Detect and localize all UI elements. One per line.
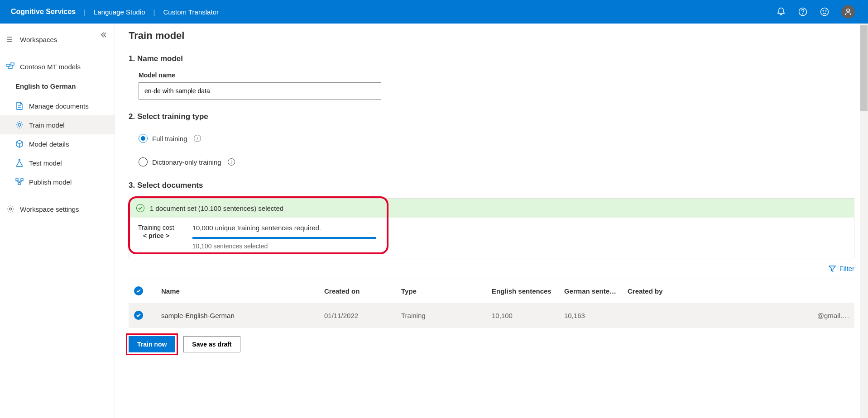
success-check-icon bbox=[136, 204, 144, 212]
save-draft-button[interactable]: Save as draft bbox=[183, 336, 240, 352]
cell-type: Training bbox=[396, 303, 486, 328]
radio-label: Dictionary-only training bbox=[152, 158, 221, 166]
sidebar-workspace-settings[interactable]: Workspace settings bbox=[0, 200, 115, 218]
breadcrumb-separator: | bbox=[153, 8, 163, 16]
col-type[interactable]: Type bbox=[396, 279, 486, 303]
selection-status-bar: 1 document set (10,100 sentences) select… bbox=[129, 199, 854, 218]
sidebar: Workspaces Contoso MT models English to … bbox=[0, 24, 115, 418]
help-icon[interactable] bbox=[792, 1, 814, 23]
radio-unselected-icon[interactable] bbox=[139, 157, 148, 166]
publish-icon bbox=[15, 178, 24, 186]
sidebar-workspace[interactable]: Contoso MT models bbox=[0, 57, 115, 76]
step3-heading: 3. Select documents bbox=[129, 181, 854, 190]
app-header: Cognitive Services | Language Studio | C… bbox=[0, 0, 868, 24]
list-icon bbox=[6, 35, 14, 43]
sidebar-settings-label: Workspace settings bbox=[20, 205, 79, 213]
svg-point-8 bbox=[18, 124, 21, 126]
svg-point-3 bbox=[823, 10, 824, 11]
col-created[interactable]: Created on bbox=[319, 279, 396, 303]
filter-label: Filter bbox=[839, 265, 854, 272]
feedback-icon[interactable] bbox=[814, 1, 835, 23]
document-icon bbox=[15, 102, 24, 110]
cell-ger: 10,163 bbox=[559, 303, 622, 328]
page-title: Train model bbox=[129, 30, 854, 42]
notifications-icon[interactable] bbox=[770, 1, 792, 23]
sidebar-item-model-details[interactable]: Model details bbox=[0, 134, 115, 153]
svg-rect-7 bbox=[11, 63, 14, 65]
avatar-icon bbox=[841, 5, 855, 19]
workspace-icon bbox=[6, 62, 14, 71]
documents-table: Name Created on Type English sentences G… bbox=[129, 279, 854, 328]
step2-heading: 2. Select training type bbox=[129, 112, 854, 121]
sidebar-project[interactable]: English to German bbox=[0, 76, 115, 96]
sidebar-item-publish-model[interactable]: Publish model bbox=[0, 172, 115, 191]
train-now-button[interactable]: Train now bbox=[129, 336, 175, 352]
flask-icon bbox=[15, 159, 24, 167]
collapse-sidebar-icon[interactable] bbox=[100, 32, 106, 39]
sidebar-item-test-model[interactable]: Test model bbox=[0, 153, 115, 172]
training-requirement-text: 10,000 unique training sentences require… bbox=[192, 224, 376, 232]
step1-heading: 1. Name model bbox=[129, 54, 854, 63]
sidebar-item-label: Publish model bbox=[29, 178, 72, 186]
table-row[interactable]: sample-English-German 01/11/2022 Trainin… bbox=[129, 303, 854, 328]
breadcrumb-studio[interactable]: Language Studio bbox=[94, 8, 153, 16]
action-bar: Train now Save as draft bbox=[129, 328, 854, 361]
select-all-checkbox[interactable] bbox=[134, 286, 143, 295]
cell-eng: 10,100 bbox=[486, 303, 559, 328]
svg-rect-9 bbox=[16, 179, 18, 180]
breadcrumb-app[interactable]: Custom Translator bbox=[163, 8, 227, 16]
model-name-label: Model name bbox=[129, 71, 854, 79]
settings-icon bbox=[6, 205, 14, 213]
training-cost-label: Training cost bbox=[138, 224, 174, 231]
svg-point-12 bbox=[10, 208, 12, 210]
scrollbar[interactable] bbox=[860, 24, 868, 418]
documents-summary-box: 1 document set (10,100 sentences) select… bbox=[129, 198, 854, 258]
cell-name: sample-English-German bbox=[156, 303, 319, 328]
sentences-selected-text: 10,100 sentences selected bbox=[192, 242, 376, 250]
svg-point-5 bbox=[847, 9, 849, 12]
sidebar-item-train-model[interactable]: Train model bbox=[0, 115, 115, 134]
svg-point-4 bbox=[825, 10, 826, 11]
sidebar-item-label: Train model bbox=[29, 121, 65, 129]
col-name[interactable]: Name bbox=[156, 279, 319, 303]
row-checkbox[interactable] bbox=[134, 311, 143, 320]
training-type-dictionary[interactable]: Dictionary-only training i bbox=[129, 153, 854, 171]
training-cost-value: < price > bbox=[138, 232, 174, 239]
info-icon[interactable]: i bbox=[228, 158, 235, 166]
sidebar-project-label: English to German bbox=[15, 82, 76, 90]
svg-point-1 bbox=[802, 14, 803, 14]
svg-rect-6 bbox=[7, 64, 10, 66]
filter-icon bbox=[829, 265, 836, 272]
sidebar-workspaces[interactable]: Workspaces bbox=[0, 30, 115, 49]
filter-button[interactable]: Filter bbox=[829, 265, 854, 272]
training-type-full[interactable]: Full training i bbox=[129, 129, 854, 147]
sidebar-item-label: Test model bbox=[29, 159, 62, 167]
cell-by: @gmail…. bbox=[622, 303, 854, 328]
account-button[interactable] bbox=[835, 1, 857, 23]
model-name-input[interactable] bbox=[139, 82, 381, 100]
sidebar-item-label: Model details bbox=[29, 140, 69, 148]
radio-selected-icon[interactable] bbox=[139, 134, 148, 143]
breadcrumb-separator: | bbox=[84, 8, 94, 16]
sidebar-item-label: Manage documents bbox=[29, 102, 89, 110]
scrollbar-thumb[interactable] bbox=[860, 25, 868, 111]
breadcrumb-service[interactable]: Cognitive Services bbox=[11, 8, 84, 16]
progress-bar bbox=[192, 237, 376, 239]
svg-rect-10 bbox=[21, 179, 23, 180]
info-icon[interactable]: i bbox=[194, 135, 201, 142]
gear-train-icon bbox=[15, 121, 24, 129]
radio-label: Full training bbox=[152, 135, 187, 142]
col-eng[interactable]: English sentences bbox=[486, 279, 559, 303]
sidebar-item-manage-documents[interactable]: Manage documents bbox=[0, 96, 115, 115]
svg-rect-11 bbox=[18, 183, 20, 185]
cube-icon bbox=[15, 140, 24, 148]
selection-status-text: 1 document set (10,100 sentences) select… bbox=[150, 204, 283, 212]
svg-point-2 bbox=[821, 8, 829, 16]
training-cost-row: Training cost < price > 10,000 unique tr… bbox=[129, 218, 854, 258]
sidebar-workspaces-label: Workspaces bbox=[20, 36, 57, 43]
sidebar-workspace-label: Contoso MT models bbox=[20, 63, 81, 71]
col-ger[interactable]: German sente… bbox=[559, 279, 622, 303]
cell-created: 01/11/2022 bbox=[319, 303, 396, 328]
main-content: Train model 1. Name model Model name 2. … bbox=[115, 24, 868, 418]
col-by[interactable]: Created by bbox=[622, 279, 854, 303]
